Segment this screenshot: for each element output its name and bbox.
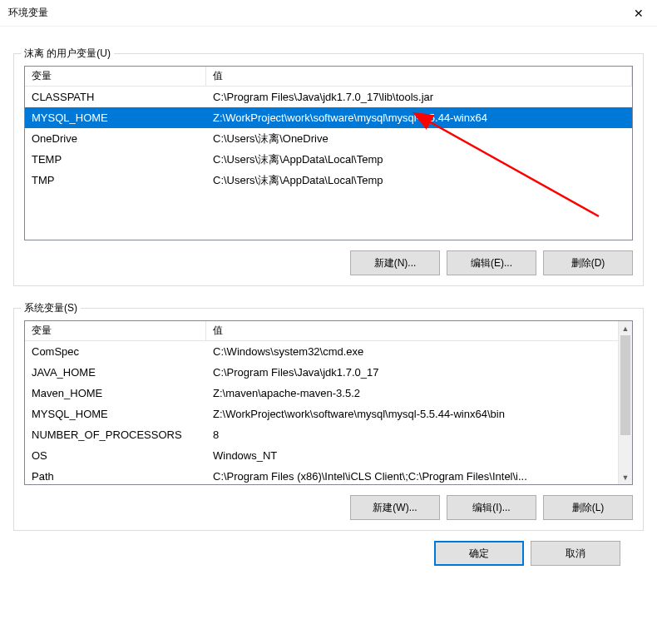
user-vars-legend: 沫离 的用户变量(U)	[21, 47, 114, 61]
table-row[interactable]: MYSQL_HOMEZ:\WorkProject\work\software\m…	[25, 107, 632, 128]
table-row[interactable]: TEMPC:\Users\沫离\AppData\Local\Temp	[25, 149, 632, 170]
table-row[interactable]: TMPC:\Users\沫离\AppData\Local\Temp	[25, 170, 632, 191]
sys-vars-buttons: 新建(W)... 编辑(I)... 删除(L)	[24, 495, 633, 520]
scroll-down-icon[interactable]: ▼	[619, 470, 632, 484]
window-title: 环境变量	[8, 6, 48, 20]
cell-variable: MYSQL_HOME	[25, 408, 206, 420]
dialog-content: 沫离 的用户变量(U) 变量 值 CLASSPATHC:\Program Fil…	[0, 27, 657, 579]
table-row[interactable]: OSWindows_NT	[25, 445, 618, 466]
cell-variable: TEMP	[25, 153, 206, 166]
cell-variable: OS	[25, 449, 206, 462]
cell-value: Z:\maven\apache-maven-3.5.2	[206, 387, 618, 399]
close-icon: ✕	[634, 7, 644, 20]
table-row[interactable]: PathC:\Program Files (x86)\Intel\iCLS Cl…	[25, 466, 618, 484]
sys-edit-button[interactable]: 编辑(I)...	[447, 495, 536, 520]
cell-value: Z:\WorkProject\work\software\mysql\mysql…	[206, 111, 632, 124]
cell-variable: NUMBER_OF_PROCESSORS	[25, 429, 206, 441]
col-header-value[interactable]: 值	[206, 321, 632, 340]
cell-value: Z:\WorkProject\work\software\mysql\mysql…	[206, 408, 618, 420]
cell-variable: ComSpec	[25, 345, 206, 358]
cancel-button[interactable]: 取消	[531, 541, 620, 566]
cell-value: 8	[206, 429, 618, 441]
user-vars-group: 沫离 的用户变量(U) 变量 值 CLASSPATHC:\Program Fil…	[13, 53, 644, 286]
titlebar: 环境变量 ✕	[0, 0, 657, 27]
sys-delete-button[interactable]: 删除(L)	[543, 495, 633, 520]
col-header-variable[interactable]: 变量	[25, 321, 206, 340]
user-new-button[interactable]: 新建(N)...	[350, 250, 440, 275]
sys-vars-legend: 系统变量(S)	[21, 301, 81, 315]
cell-variable: OneDrive	[25, 132, 206, 145]
user-vars-table[interactable]: 变量 值 CLASSPATHC:\Program Files\Java\jdk1…	[24, 66, 633, 240]
user-vars-body: CLASSPATHC:\Program Files\Java\jdk1.7.0_…	[25, 87, 632, 240]
table-row[interactable]: NUMBER_OF_PROCESSORS8	[25, 424, 618, 445]
cell-variable: TMP	[25, 174, 206, 186]
close-button[interactable]: ✕	[620, 0, 657, 27]
cell-variable: CLASSPATH	[25, 91, 206, 103]
table-row[interactable]: OneDriveC:\Users\沫离\OneDrive	[25, 128, 632, 149]
dialog-footer: 确定 取消	[13, 531, 644, 566]
cell-value: C:\Program Files\Java\jdk1.7.0_17	[206, 366, 618, 379]
scroll-up-icon[interactable]: ▲	[619, 321, 632, 335]
scroll-thumb[interactable]	[620, 335, 630, 435]
table-row[interactable]: JAVA_HOMEC:\Program Files\Java\jdk1.7.0_…	[25, 362, 618, 383]
sys-vars-table[interactable]: 变量 值 ComSpecC:\Windows\system32\cmd.exeJ…	[24, 320, 633, 485]
user-edit-button[interactable]: 编辑(E)...	[447, 250, 536, 275]
sys-vars-header: 变量 值	[25, 321, 632, 341]
sys-vars-body: ComSpecC:\Windows\system32\cmd.exeJAVA_H…	[25, 341, 618, 484]
user-delete-button[interactable]: 删除(D)	[543, 250, 633, 275]
user-vars-buttons: 新建(N)... 编辑(E)... 删除(D)	[24, 250, 633, 275]
table-row[interactable]: ComSpecC:\Windows\system32\cmd.exe	[25, 341, 618, 362]
user-vars-header: 变量 值	[25, 67, 632, 87]
ok-button[interactable]: 确定	[434, 541, 524, 566]
cell-value: C:\Users\沫离\AppData\Local\Temp	[206, 152, 632, 167]
cell-variable: MYSQL_HOME	[25, 111, 206, 124]
cell-value: C:\Users\沫离\AppData\Local\Temp	[206, 173, 632, 188]
cell-variable: Maven_HOME	[25, 387, 206, 399]
cell-value: C:\Program Files (x86)\Intel\iCLS Client…	[206, 470, 618, 483]
cell-value: C:\Windows\system32\cmd.exe	[206, 345, 618, 358]
sys-vars-group: 系统变量(S) 变量 值 ComSpecC:\Windows\system32\…	[13, 308, 644, 531]
vertical-scrollbar[interactable]: ▲ ▼	[618, 321, 632, 484]
cell-value: C:\Users\沫离\OneDrive	[206, 131, 632, 146]
sys-new-button[interactable]: 新建(W)...	[350, 495, 440, 520]
cell-value: Windows_NT	[206, 449, 618, 462]
col-header-variable[interactable]: 变量	[25, 67, 206, 86]
table-row[interactable]: Maven_HOMEZ:\maven\apache-maven-3.5.2	[25, 383, 618, 404]
table-row[interactable]: MYSQL_HOMEZ:\WorkProject\work\software\m…	[25, 404, 618, 424]
col-header-value[interactable]: 值	[206, 67, 632, 86]
table-row[interactable]: CLASSPATHC:\Program Files\Java\jdk1.7.0_…	[25, 87, 632, 107]
cell-variable: Path	[25, 470, 206, 483]
cell-value: C:\Program Files\Java\jdk1.7.0_17\lib\to…	[206, 91, 632, 103]
cell-variable: JAVA_HOME	[25, 366, 206, 379]
